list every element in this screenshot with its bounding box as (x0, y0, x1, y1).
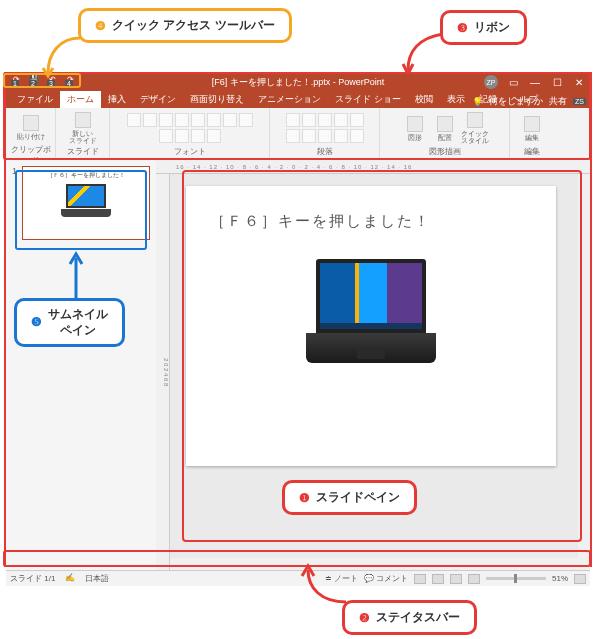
ruler-vertical[interactable]: 2 0 2 4 6 8 (156, 174, 170, 570)
ribbon: 貼り付け クリップボード 新しい スライド スライド フォント 段落 (6, 108, 590, 160)
tell-me-input[interactable]: 何をしますか (489, 95, 543, 108)
tab-home[interactable]: ホーム (60, 91, 101, 108)
callout-ribbon-label: リボン (474, 19, 510, 36)
font-size-up-button[interactable] (223, 113, 237, 127)
minimize-button[interactable]: ― (528, 76, 542, 88)
slide-canvas[interactable]: ［Ｆ６］キーを押しました！ (186, 186, 556, 466)
indent-dec-button[interactable] (318, 113, 332, 127)
tab-design[interactable]: デザイン (133, 91, 183, 108)
user-avatar[interactable]: ZP (484, 75, 498, 89)
font-case-button[interactable] (175, 129, 189, 143)
thumbnail-pane[interactable]: 1 ［Ｆ６］キーを押しました！ (6, 160, 156, 570)
font-clear-button[interactable] (159, 129, 173, 143)
scrollbar-vertical[interactable] (578, 174, 590, 570)
callout-qat: ❹ クイック アクセス ツールバー (78, 8, 292, 43)
align-right-button[interactable] (318, 129, 332, 143)
font-underline-button[interactable] (159, 113, 173, 127)
editing-button[interactable]: 編集 (518, 111, 546, 145)
ribbon-options-icon[interactable]: ▭ (506, 76, 520, 88)
callout-thumbnail: ❺ サムネイル ペイン (14, 298, 125, 347)
align-justify-button[interactable] (334, 129, 348, 143)
titlebar: ⟳1 💾2 ↶3 ↷4 [F6] キーを押しました！.pptx - PowerP… (6, 74, 590, 90)
columns-button[interactable] (350, 129, 364, 143)
tab-file[interactable]: ファイル (10, 91, 60, 108)
arrange-button[interactable]: 配置 (431, 111, 459, 145)
zoom-level[interactable]: 51% (552, 574, 568, 583)
new-slide-button[interactable]: 新しい スライド (69, 111, 97, 145)
ribbon-tabs: ファイル ホーム 挿入 デザイン 画面切り替え アニメーション スライド ショー… (6, 90, 590, 108)
font-italic-button[interactable] (143, 113, 157, 127)
tab-animations[interactable]: アニメーション (251, 91, 328, 108)
thumbnail-slide-1[interactable]: ［Ｆ６］キーを押しました！ (22, 166, 150, 240)
qat-highlight-box (3, 73, 81, 88)
ruler-horizontal[interactable]: 16 · 14 · 12 · 10 · 8 · 6 · 4 · 2 · 0 · … (156, 160, 590, 174)
thumbnail-title: ［Ｆ６］キーを押しました！ (27, 171, 145, 180)
paste-button[interactable]: 貼り付け (17, 110, 45, 144)
lightbulb-icon: 💡 (472, 97, 483, 107)
font-highlight-button[interactable] (191, 129, 205, 143)
font-bold-button[interactable] (127, 113, 141, 127)
callout-num-3: ❸ (457, 21, 468, 35)
callout-qat-label: クイック アクセス ツールバー (112, 17, 275, 34)
callout-thumbnail-label: サムネイル ペイン (48, 307, 108, 338)
group-font-label: フォント (114, 146, 265, 157)
group-paragraph-label: 段落 (274, 146, 375, 157)
maximize-button[interactable]: ☐ (550, 76, 564, 88)
scrollbar-horizontal[interactable] (170, 558, 578, 570)
callout-slide-label: スライドペイン (316, 489, 400, 506)
reading-view-button[interactable] (450, 574, 462, 584)
close-button[interactable]: ✕ (572, 76, 586, 88)
font-size-down-button[interactable] (239, 113, 253, 127)
thumbnail-laptop-image (61, 184, 111, 220)
share-button[interactable]: 共有 (549, 95, 567, 108)
callout-status: ❷ ステイタスバー (342, 600, 477, 635)
notes-button[interactable]: ≐ ノート (325, 573, 358, 584)
comments-button[interactable]: 💬 コメント (364, 573, 408, 584)
font-shadow-button[interactable] (191, 113, 205, 127)
tab-view[interactable]: 表示 (440, 91, 472, 108)
window-title: [F6] キーを押しました！.pptx - PowerPoint (212, 76, 385, 89)
tab-review[interactable]: 校閲 (408, 91, 440, 108)
group-drawing-label: 図形描画 (384, 146, 505, 157)
align-center-button[interactable] (302, 129, 316, 143)
group-slides-label: スライド (60, 146, 105, 157)
indent-inc-button[interactable] (334, 113, 348, 127)
callout-slide: ❶ スライドペイン (282, 480, 417, 515)
quickstyle-button[interactable]: クイック スタイル (461, 111, 489, 145)
callout-num-2: ❷ (359, 611, 370, 625)
laptop-image[interactable] (306, 259, 436, 363)
fit-window-button[interactable] (574, 574, 586, 584)
share-keytip: ZS (573, 98, 586, 105)
shapes-button[interactable]: 図形 (401, 111, 429, 145)
callout-num-5: ❺ (31, 315, 42, 331)
font-spacing-button[interactable] (207, 113, 221, 127)
thumbnail-number: 1 (12, 166, 17, 176)
font-color-button[interactable] (207, 129, 221, 143)
align-left-button[interactable] (286, 129, 300, 143)
sorter-view-button[interactable] (432, 574, 444, 584)
tab-transitions[interactable]: 画面切り替え (183, 91, 251, 108)
spellcheck-icon[interactable]: ✍ (65, 573, 75, 584)
line-spacing-button[interactable] (350, 113, 364, 127)
callout-ribbon: ❸ リボン (440, 10, 527, 45)
normal-view-button[interactable] (414, 574, 426, 584)
numbering-button[interactable] (302, 113, 316, 127)
status-bar: スライド 1/1 ✍ 日本語 ≐ ノート 💬 コメント 51% (6, 570, 590, 586)
zoom-slider[interactable] (486, 577, 546, 580)
slideshow-view-button[interactable] (468, 574, 480, 584)
language-indicator[interactable]: 日本語 (85, 573, 109, 584)
tab-slideshow[interactable]: スライド ショー (328, 91, 408, 108)
slide-title-text[interactable]: ［Ｆ６］キーを押しました！ (186, 186, 556, 235)
callout-num-1: ❶ (299, 491, 310, 505)
callout-num-4: ❹ (95, 19, 106, 33)
tab-insert[interactable]: 挿入 (101, 91, 133, 108)
group-editing-label: 編集 (514, 146, 550, 157)
slide-counter[interactable]: スライド 1/1 (10, 573, 55, 584)
font-strike-button[interactable] (175, 113, 189, 127)
callout-status-label: ステイタスバー (376, 609, 460, 626)
bullets-button[interactable] (286, 113, 300, 127)
